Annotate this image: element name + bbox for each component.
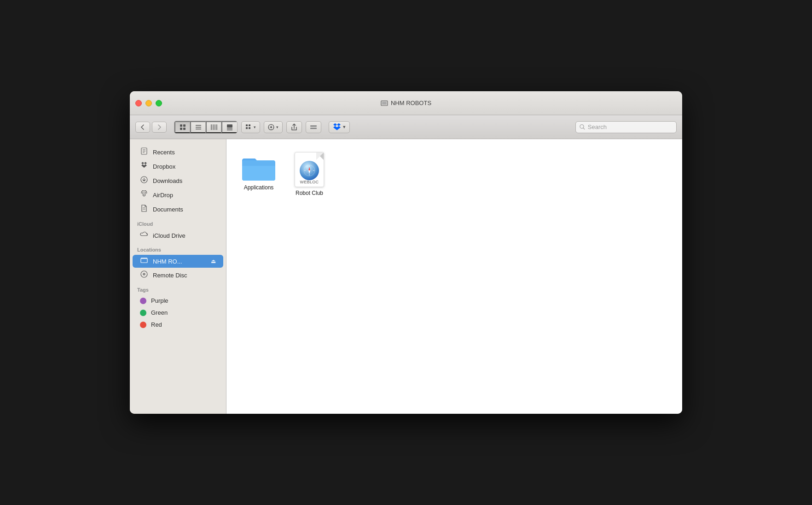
svg-point-22 bbox=[270, 126, 272, 128]
sidebar-item-remote-disc[interactable]: Remote Disc bbox=[133, 268, 223, 282]
svg-rect-4 bbox=[183, 124, 186, 127]
sidebar-item-red-tag[interactable]: Red bbox=[133, 319, 223, 330]
nhm-robots-label: NHM RO... bbox=[153, 258, 182, 265]
search-bar[interactable] bbox=[575, 121, 677, 133]
back-button[interactable] bbox=[135, 122, 150, 133]
svg-line-30 bbox=[583, 128, 585, 129]
svg-point-36 bbox=[143, 194, 145, 196]
svg-rect-39 bbox=[141, 258, 147, 263]
svg-rect-18 bbox=[249, 124, 250, 126]
svg-rect-27 bbox=[310, 125, 317, 127]
dropbox-button[interactable]: ▾ bbox=[329, 121, 350, 133]
cover-flow-button[interactable] bbox=[221, 121, 237, 133]
robot-club-webloc-icon: WEBLOC bbox=[295, 152, 324, 187]
toolbar: ▾ ▾ bbox=[130, 115, 682, 139]
disc-icon bbox=[140, 270, 148, 280]
group-by-button[interactable]: ▾ bbox=[241, 121, 260, 133]
svg-rect-5 bbox=[180, 128, 182, 130]
eject-icon[interactable]: ⏏ bbox=[211, 258, 216, 264]
view-mode-buttons bbox=[174, 121, 238, 134]
icloud-icon bbox=[140, 231, 148, 240]
sidebar-item-recents[interactable]: Recents bbox=[133, 145, 223, 159]
sidebar-item-documents[interactable]: Documents bbox=[133, 202, 223, 216]
close-button[interactable] bbox=[135, 100, 142, 106]
dropbox-sidebar-icon bbox=[140, 162, 148, 171]
icloud-section-label: iCloud bbox=[130, 217, 226, 229]
airdrop-icon bbox=[140, 190, 148, 200]
documents-icon bbox=[140, 205, 148, 214]
tags-section-label: Tags bbox=[130, 282, 226, 294]
window-title: NHM ROBOTS bbox=[381, 100, 431, 106]
remote-disc-label: Remote Disc bbox=[153, 272, 187, 279]
sidebar-item-nhm-robots[interactable]: NHM RO... ⏏ bbox=[133, 255, 223, 268]
drive-sidebar-icon bbox=[140, 257, 148, 265]
applications-folder-icon bbox=[240, 152, 277, 182]
green-tag-label: Green bbox=[151, 309, 168, 316]
purple-tag-dot bbox=[140, 298, 146, 304]
robot-club-label: Robot Club bbox=[296, 190, 323, 197]
svg-marker-50 bbox=[308, 170, 310, 174]
dropbox-sidebar-label: Dropbox bbox=[153, 163, 175, 170]
recents-icon bbox=[140, 147, 148, 157]
green-tag-dot bbox=[140, 310, 146, 316]
red-tag-dot bbox=[140, 322, 146, 328]
sidebar-item-purple-tag[interactable]: Purple bbox=[133, 295, 223, 306]
file-item-applications[interactable]: Applications bbox=[236, 148, 282, 200]
recents-label: Recents bbox=[153, 149, 175, 156]
locations-section-label: Locations bbox=[130, 242, 226, 254]
purple-tag-label: Purple bbox=[151, 297, 168, 304]
svg-point-43 bbox=[144, 274, 145, 275]
svg-rect-20 bbox=[249, 127, 250, 129]
group-chevron-icon: ▾ bbox=[254, 125, 256, 129]
svg-rect-14 bbox=[227, 124, 232, 128]
svg-rect-6 bbox=[183, 128, 186, 130]
dropbox-chevron-icon: ▾ bbox=[343, 124, 346, 130]
svg-rect-3 bbox=[180, 124, 182, 127]
sidebar-item-icloud-drive[interactable]: iCloud Drive bbox=[133, 229, 223, 242]
sidebar-item-dropbox[interactable]: Dropbox bbox=[133, 159, 223, 173]
airdrop-label: AirDrop bbox=[153, 192, 173, 199]
label-button[interactable] bbox=[306, 121, 321, 133]
forward-button[interactable] bbox=[152, 122, 167, 133]
actions-button[interactable]: ▾ bbox=[264, 121, 283, 133]
sidebar-item-green-tag[interactable]: Green bbox=[133, 307, 223, 318]
maximize-button[interactable] bbox=[156, 100, 162, 106]
sidebar-item-downloads[interactable]: Downloads bbox=[133, 174, 223, 188]
search-icon bbox=[580, 124, 585, 130]
dropbox-icon bbox=[333, 123, 341, 131]
red-tag-label: Red bbox=[151, 321, 162, 328]
minimize-button[interactable] bbox=[145, 100, 152, 106]
downloads-label: Downloads bbox=[153, 177, 182, 184]
share-button[interactable] bbox=[286, 121, 302, 133]
actions-chevron-icon: ▾ bbox=[276, 125, 278, 129]
documents-label: Documents bbox=[153, 206, 183, 213]
search-input[interactable] bbox=[588, 123, 673, 130]
icloud-drive-label: iCloud Drive bbox=[153, 232, 186, 239]
svg-rect-17 bbox=[246, 124, 248, 126]
traffic-lights bbox=[135, 100, 162, 106]
nav-buttons bbox=[135, 122, 167, 133]
main-area: Recents Dropbox Downloads bbox=[130, 139, 682, 414]
svg-rect-19 bbox=[246, 127, 248, 129]
finder-window: NHM ROBOTS bbox=[130, 91, 682, 414]
icon-view-button[interactable] bbox=[174, 121, 190, 133]
column-view-button[interactable] bbox=[206, 121, 221, 133]
svg-rect-1 bbox=[382, 102, 387, 105]
titlebar: NHM ROBOTS bbox=[130, 91, 682, 115]
file-content-area: Applications bbox=[226, 139, 682, 414]
svg-rect-40 bbox=[141, 258, 147, 259]
svg-rect-2 bbox=[381, 100, 388, 101]
downloads-icon bbox=[140, 176, 148, 185]
sidebar-item-airdrop[interactable]: AirDrop bbox=[133, 188, 223, 202]
file-item-robot-club[interactable]: WEBLOC Robot Club bbox=[286, 148, 332, 200]
list-view-button[interactable] bbox=[190, 121, 206, 133]
sidebar: Recents Dropbox Downloads bbox=[130, 139, 226, 414]
applications-label: Applications bbox=[244, 184, 274, 192]
svg-rect-28 bbox=[310, 128, 317, 129]
drive-icon bbox=[381, 100, 388, 106]
